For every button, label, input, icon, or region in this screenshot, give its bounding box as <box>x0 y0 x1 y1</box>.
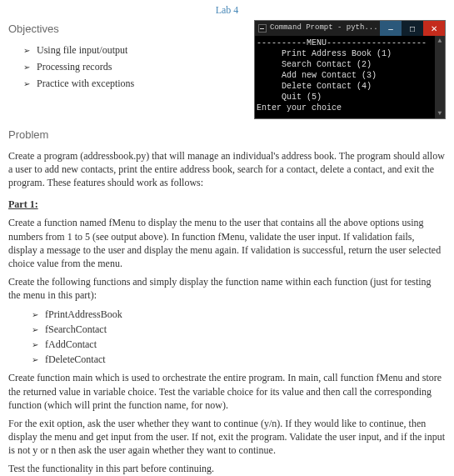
part1-p5: Test the functionality in this part befo… <box>8 462 446 475</box>
list-item: fSearchContact <box>32 323 446 336</box>
list-item: fDeleteContact <box>32 353 446 366</box>
scroll-up-icon[interactable]: ▲ <box>435 36 445 46</box>
part1-p4: For the exit option, ask the user whethe… <box>8 417 446 458</box>
part1-p1: Create a function named fMenu to display… <box>8 216 446 270</box>
minimize-button[interactable]: – <box>380 21 402 36</box>
terminal-title-text: Command Prompt - pyth... <box>270 23 378 33</box>
part1-fn-list: fPrintAddressBook fSearchContact fAddCon… <box>8 308 446 367</box>
list-item: fPrintAddressBook <box>32 308 446 321</box>
terminal-title: Command Prompt - pyth... <box>255 21 380 36</box>
objectives-list: Using file input/output Processing recor… <box>8 43 247 91</box>
terminal-scrollbar[interactable]: ▲ ▼ <box>435 36 445 118</box>
command-prompt-window: Command Prompt - pyth... – □ ✕ ---------… <box>254 20 446 119</box>
scroll-down-icon[interactable]: ▼ <box>435 108 445 118</box>
problem-heading: Problem <box>8 128 446 143</box>
top-row: Objectives Using file input/output Proce… <box>8 18 446 119</box>
objectives-item: Using file input/output <box>23 43 247 57</box>
terminal-icon <box>258 24 267 33</box>
objectives-block: Objectives Using file input/output Proce… <box>8 18 247 93</box>
lab-title: Lab 4 <box>8 3 446 17</box>
list-item: fAddContact <box>32 338 446 351</box>
terminal-titlebar[interactable]: Command Prompt - pyth... – □ ✕ <box>255 21 445 36</box>
part1-p2: Create the following functions and simpl… <box>8 275 446 302</box>
part1-p3: Create function main which is used to or… <box>8 371 446 412</box>
maximize-button[interactable]: □ <box>402 21 423 36</box>
problem-intro: Create a program (addressbook.py) that w… <box>8 149 446 190</box>
terminal-output: ----------MENU-------------------- Print… <box>255 36 445 118</box>
objectives-item: Practice with exceptions <box>23 77 247 90</box>
part1-heading: Part 1: <box>8 198 446 211</box>
objectives-item: Processing records <box>23 60 247 73</box>
close-button[interactable]: ✕ <box>423 21 445 36</box>
objectives-heading: Objectives <box>8 22 247 37</box>
